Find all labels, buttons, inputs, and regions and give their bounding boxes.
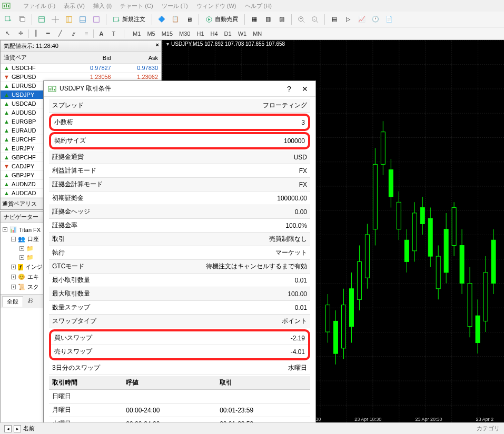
nav-tab-fav[interactable]: お (27, 296, 33, 307)
metaquotes-button[interactable]: 🔷 (155, 13, 168, 26)
svg-rect-35 (404, 240, 409, 261)
tree-expand-icon[interactable]: + (19, 255, 24, 260)
close-button[interactable]: ✕ (299, 85, 311, 93)
svg-rect-31 (389, 170, 393, 197)
fibo-tool[interactable]: ≡ (82, 29, 91, 38)
spec-row: 証拠金通貨USD (49, 150, 310, 164)
scroll-right-icon[interactable]: ▸ (14, 425, 21, 432)
menu-view[interactable]: 表示 (V) (64, 2, 85, 10)
autotrading-button[interactable]: 自動売買 (202, 13, 241, 26)
close-icon[interactable]: × (156, 42, 159, 48)
symbol-row[interactable]: ▲USDCHF0.978270.97830 (1, 64, 161, 73)
drawing-toolbar: ↖ ✛ ┃ ━ ╱ ⫽ ≡ A T M1M5M15M30H1H4D1W1MN (0, 27, 504, 40)
text-tool[interactable]: A (96, 29, 106, 38)
new-order-button[interactable]: +新規注文 (110, 13, 149, 26)
crosshair-button[interactable] (49, 13, 62, 26)
hline-tool[interactable]: ━ (43, 29, 53, 38)
status-bar: ◂▸名前 カテゴリ (0, 422, 504, 434)
menu-tool[interactable]: ツール (T) (162, 2, 188, 10)
autoscroll-button[interactable]: ▤ (328, 13, 341, 26)
svg-rect-1 (4, 5, 5, 7)
tree-expand-icon[interactable]: + (11, 275, 16, 279)
timeframe-M1[interactable]: M1 (130, 29, 144, 38)
tree-expand-icon[interactable]: + (11, 265, 16, 269)
spec-row: 最大取引数量100.00 (49, 287, 310, 301)
channel-tool[interactable]: ⫽ (67, 29, 80, 38)
line-chart-button[interactable]: ▨ (275, 13, 288, 26)
spec-row: スワップタイプポイント (49, 315, 310, 328)
spec-row: 証拠金計算モードFX (49, 178, 310, 191)
contract-highlight: 契約サイズ100000 (49, 132, 310, 149)
menu-file[interactable]: ファイル (F) (23, 2, 55, 10)
vps-button[interactable]: 🖥 (183, 13, 195, 26)
col-ask[interactable]: Ask (114, 52, 161, 64)
svg-rect-2 (6, 4, 7, 7)
spec-row: 取引売買制限なし (49, 233, 310, 246)
timeframe-MN[interactable]: MN (250, 29, 265, 38)
profiles-button[interactable] (16, 13, 28, 26)
candle-chart-button[interactable]: ▥ (262, 13, 274, 26)
timeframe-M5[interactable]: M5 (144, 29, 158, 38)
menu-chart[interactable]: チャート (C) (120, 2, 153, 10)
chart-title-bar: ▾USDJPY,M15 107.692 107.703 107.655 107.… (166, 41, 285, 47)
tree-expand-icon[interactable]: + (19, 246, 24, 251)
nav-scripts[interactable]: スク (27, 283, 39, 291)
terminal-toggle[interactable] (76, 13, 89, 26)
dialog-title: USDJPY 取引条件 (60, 84, 280, 93)
zoom-in-button[interactable]: + (295, 13, 308, 26)
tree-collapse-icon[interactable]: − (11, 237, 16, 241)
spec-row: 初期証拠金100000.00 (49, 191, 310, 205)
col-pair[interactable]: 通貨ペア (1, 52, 67, 64)
menu-window[interactable]: ウィンドウ (W) (196, 2, 236, 10)
chartshift-button[interactable]: ▷ (342, 13, 354, 26)
nav-indicators[interactable]: インジ (25, 263, 43, 271)
help-button[interactable]: ? (283, 85, 295, 93)
periodicity-button[interactable]: 🕐 (369, 13, 382, 26)
zoom-out-button[interactable]: - (309, 13, 321, 26)
spec-row: 証拠金ヘッジ0.00 (49, 205, 310, 219)
menu-bar: ファイル (F) 表示 (V) 挿入 (I) チャート (C) ツール (T) … (0, 0, 504, 12)
menu-insert[interactable]: 挿入 (I) (93, 2, 112, 10)
chart-dropdown-icon[interactable]: ▾ (166, 41, 169, 47)
nav-ea[interactable]: エキ (27, 273, 39, 281)
nav-account[interactable]: 口座 (27, 235, 39, 243)
timeframe-H1[interactable]: H1 (193, 29, 207, 38)
marketwatch-toggle[interactable] (35, 13, 48, 26)
trendline-tool[interactable]: ╱ (55, 29, 65, 38)
menu-help[interactable]: ヘルプ (H) (245, 2, 272, 10)
strategy-tester-toggle[interactable] (90, 13, 103, 26)
svg-rect-53 (476, 316, 480, 342)
cursor-tool[interactable]: ↖ (2, 29, 13, 38)
indicators-button[interactable]: 📈 (355, 13, 368, 26)
timeframe-W1[interactable]: W1 (235, 29, 250, 38)
nav-account-root[interactable]: Titan FX (19, 227, 41, 233)
svg-rect-49 (460, 246, 464, 284)
timeframe-M30[interactable]: M30 (176, 29, 193, 38)
label-tool[interactable]: T (108, 29, 118, 38)
vline-tool[interactable]: ┃ (31, 29, 41, 38)
signals-button[interactable]: 📋 (169, 13, 182, 26)
bar-chart-button[interactable]: ▦ (248, 13, 261, 26)
crosshair-tool[interactable]: ✛ (15, 29, 26, 38)
symbol-row[interactable]: ▼GBPUSD1.230561.23062 (1, 73, 161, 82)
svg-rect-7 (21, 17, 25, 21)
timeframe-H4[interactable]: H4 (207, 29, 221, 38)
navigator-toggle[interactable] (63, 13, 75, 26)
tree-collapse-icon[interactable]: − (3, 227, 7, 232)
spec-row: 利益計算モードFX (49, 164, 310, 178)
svg-rect-3 (8, 5, 9, 7)
col-bid[interactable]: Bid (67, 52, 114, 64)
svg-rect-37 (412, 213, 417, 251)
tree-expand-icon[interactable]: + (11, 285, 16, 289)
time-label: 23 Apr 20:30 (415, 417, 442, 422)
svg-rect-65 (373, 164, 377, 229)
spec-row: GTCモード待機注文はキャンセルするまで有効 (49, 260, 310, 274)
mw-tab-symbols[interactable]: 通貨ペアリス (2, 200, 37, 207)
templates-button[interactable]: 📄 (383, 13, 396, 26)
timeframe-D1[interactable]: D1 (221, 29, 235, 38)
timeframe-M15[interactable]: M15 (159, 29, 176, 38)
scroll-left-icon[interactable]: ◂ (4, 425, 12, 432)
nav-tab-all[interactable]: 全般 (2, 296, 23, 307)
new-chart-button[interactable]: + (2, 13, 15, 26)
svg-marker-20 (208, 18, 210, 21)
